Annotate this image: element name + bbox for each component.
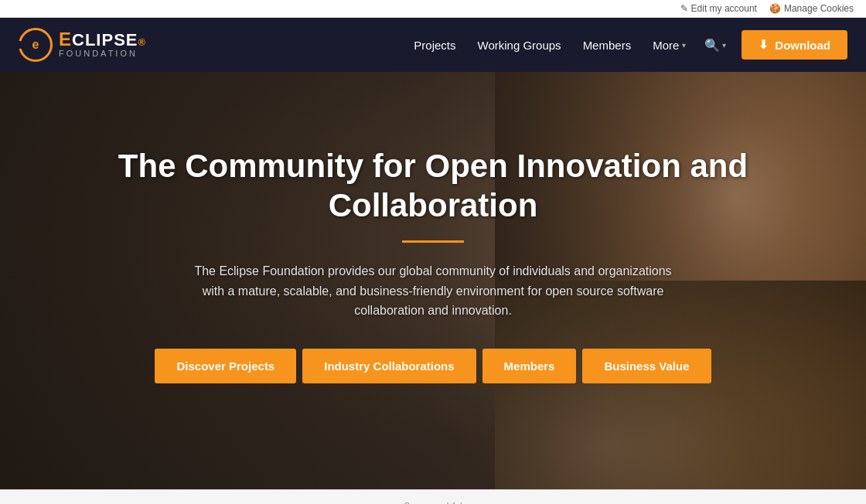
nav-item-working-groups[interactable]: Working Groups <box>469 32 571 58</box>
manage-cookies-link[interactable]: 🍪 Manage Cookies <box>769 3 854 14</box>
logo-eclipse: ECLIPSE® <box>59 30 146 49</box>
industry-collaborations-button[interactable]: Industry Collaborations <box>302 349 476 383</box>
nav-item-more[interactable]: More ▾ <box>643 32 695 58</box>
members-button[interactable]: Members <box>482 349 577 383</box>
utility-bar: ✎ Edit my account 🍪 Manage Cookies <box>0 0 866 18</box>
hero-title: The Community for Open Innovation and Co… <box>93 147 773 225</box>
download-icon: ⬇ <box>759 38 769 52</box>
edit-icon: ✎ <box>680 3 688 14</box>
nav-link-members[interactable]: Members <box>574 32 641 58</box>
logo-foundation: FOUNDATION <box>59 49 146 59</box>
logo-link[interactable]: e ECLIPSE® FOUNDATION <box>19 28 146 62</box>
nav-item-projects[interactable]: Projects <box>404 32 465 58</box>
nav-menu: Projects Working Groups Members More ▾ <box>404 32 695 58</box>
discover-projects-button[interactable]: Discover Projects <box>155 349 296 383</box>
logo: e ECLIPSE® FOUNDATION <box>19 28 146 62</box>
hero-content: The Community for Open Innovation and Co… <box>0 72 866 489</box>
edit-account-link[interactable]: ✎ Edit my account <box>680 3 757 14</box>
nav-link-projects[interactable]: Projects <box>404 32 465 58</box>
more-dropdown-arrow: ▾ <box>682 41 686 49</box>
logo-text: ECLIPSE® FOUNDATION <box>59 30 146 59</box>
download-button[interactable]: ⬇ Download <box>742 30 847 60</box>
search-button[interactable]: 🔍 ▾ <box>695 32 735 59</box>
hero-divider <box>402 240 464 243</box>
nav-item-members[interactable]: Members <box>574 32 641 58</box>
business-value-button[interactable]: Business Value <box>582 349 711 383</box>
sponsored-ad-label: Sponsored Ad <box>404 501 462 505</box>
logo-circle: e <box>19 28 53 62</box>
hero-buttons: Discover Projects Industry Collaboration… <box>155 349 711 383</box>
cookie-icon: 🍪 <box>769 3 781 14</box>
bottom-strip: Sponsored Ad <box>0 489 866 504</box>
search-icon: 🔍 <box>704 38 720 53</box>
nav-link-more[interactable]: More ▾ <box>643 32 695 58</box>
search-dropdown-arrow: ▾ <box>722 41 726 49</box>
hero-section: The Community for Open Innovation and Co… <box>0 72 866 489</box>
nav-link-working-groups[interactable]: Working Groups <box>469 32 571 58</box>
hero-description: The Eclipse Foundation provides our glob… <box>186 261 680 321</box>
navbar: e ECLIPSE® FOUNDATION Projects Working G… <box>0 18 866 72</box>
